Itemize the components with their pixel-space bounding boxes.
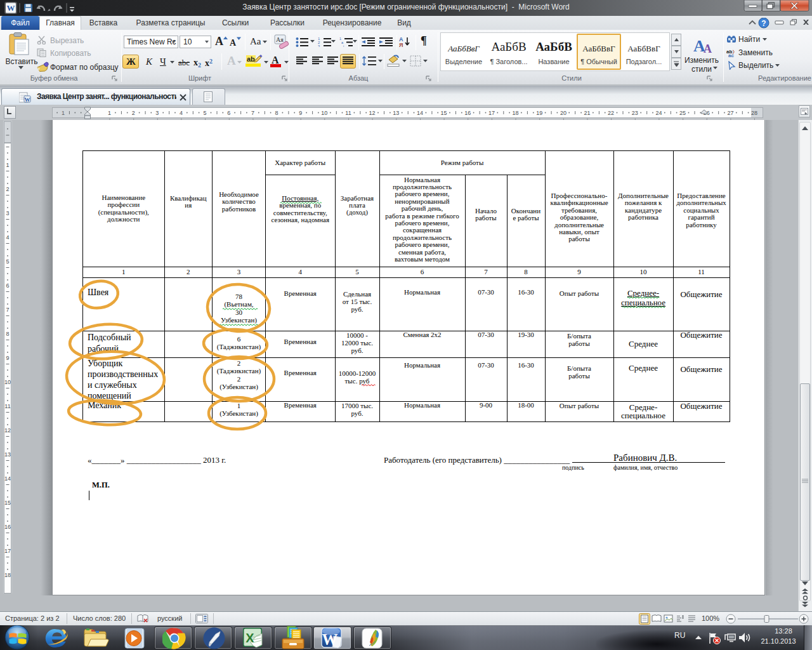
svg-text:16: 16 bbox=[464, 110, 471, 116]
svg-text:4: 4 bbox=[180, 110, 183, 116]
svg-text:X: X bbox=[246, 631, 254, 645]
svg-text:?: ? bbox=[761, 19, 766, 28]
svg-text:10: 10 bbox=[321, 110, 327, 116]
svg-text:i: i bbox=[343, 44, 344, 48]
svg-text:19: 19 bbox=[536, 110, 542, 116]
svg-text:1: 1 bbox=[62, 110, 65, 116]
svg-text:23: 23 bbox=[632, 110, 638, 116]
svg-text:28: 28 bbox=[751, 110, 757, 116]
svg-text:9: 9 bbox=[299, 110, 302, 116]
svg-text:12: 12 bbox=[369, 110, 376, 116]
svg-text:2: 2 bbox=[132, 110, 135, 116]
svg-text:20: 20 bbox=[560, 110, 566, 116]
svg-text:21: 21 bbox=[584, 110, 590, 116]
svg-text:8: 8 bbox=[275, 110, 278, 116]
svg-text:3: 3 bbox=[318, 44, 320, 48]
svg-text:7: 7 bbox=[251, 110, 254, 116]
svg-text:11: 11 bbox=[345, 110, 351, 116]
svg-text:14: 14 bbox=[417, 110, 423, 116]
svg-text:5: 5 bbox=[204, 110, 207, 116]
svg-text:W: W bbox=[25, 96, 30, 103]
svg-text:18: 18 bbox=[512, 110, 518, 116]
svg-text:Aя: Aя bbox=[276, 36, 284, 43]
svg-text:6: 6 bbox=[227, 110, 230, 116]
svg-text:27: 27 bbox=[727, 110, 733, 116]
svg-text:15: 15 bbox=[441, 110, 447, 116]
svg-text:1: 1 bbox=[108, 110, 111, 116]
svg-text:W: W bbox=[322, 631, 338, 648]
svg-text:25: 25 bbox=[679, 110, 686, 116]
svg-text:Я: Я bbox=[399, 42, 403, 48]
svg-text:А: А bbox=[704, 43, 712, 54]
svg-text:22: 22 bbox=[608, 110, 614, 116]
svg-text:3: 3 bbox=[155, 110, 159, 116]
svg-text:13: 13 bbox=[393, 110, 399, 116]
svg-text:24: 24 bbox=[655, 110, 662, 116]
svg-text:17: 17 bbox=[488, 110, 495, 116]
